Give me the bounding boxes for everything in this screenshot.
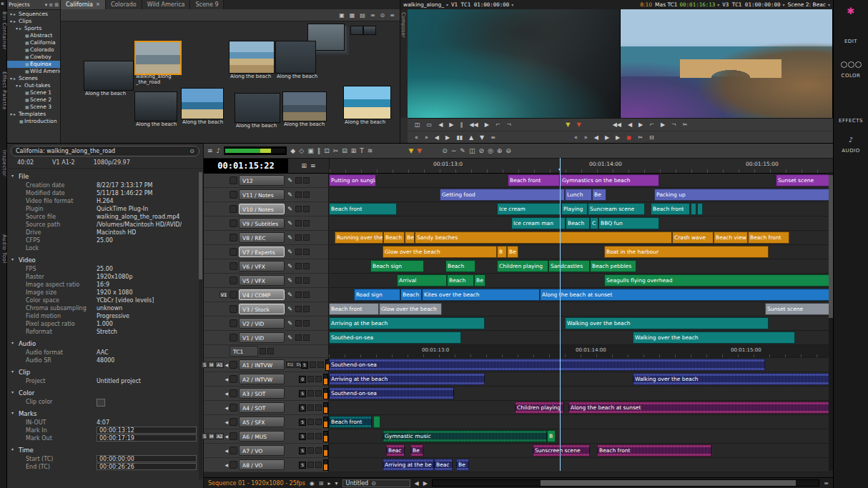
record-track-button[interactable] (230, 432, 237, 440)
master-timecode-display[interactable]: 00:01:15:22 (204, 159, 288, 173)
track-select-button-a3[interactable]: A3 / SOT (239, 388, 285, 399)
track-select-button-v10[interactable]: V10 / Notes (239, 204, 285, 214)
bottom-menu-icon[interactable]: ≡ (824, 480, 829, 487)
track-select-button-v7[interactable]: V7 / Experts (239, 247, 285, 257)
track-select-button-a2[interactable]: A2 / INTVW (239, 374, 285, 384)
timeline-clip[interactable]: Suncream scene (588, 203, 645, 215)
record-track-button[interactable] (230, 219, 237, 227)
track-lane-v11[interactable]: Getting foodLunchBePacking up (329, 188, 833, 202)
text-view-icon[interactable]: ≡ (370, 12, 375, 19)
timeline-clip[interactable]: Beach (566, 217, 590, 229)
pencil-icon[interactable]: ✎ (286, 334, 294, 341)
track-lane-v5[interactable]: ArrivalBeachBeSeagulls flying overhead (329, 274, 833, 288)
track-monitor-toggle[interactable] (303, 292, 310, 298)
rewind-icon[interactable]: ◀◀ (469, 122, 478, 128)
track-select-button-v9[interactable]: V9 / Subtitles (239, 218, 285, 229)
list-view-icon[interactable]: ≡ (49, 2, 53, 8)
rail-tab-inspector[interactable]: Inspector (0, 150, 7, 176)
sync-lock-toggle[interactable] (307, 404, 314, 411)
timeline-clip[interactable]: B (497, 246, 507, 258)
prev-event-icon[interactable]: ◀ (435, 135, 439, 141)
timeline-clip[interactable]: Beach front (329, 303, 379, 315)
play-source-icon[interactable]: ▶ (485, 122, 489, 128)
track-monitor-toggle[interactable] (303, 206, 310, 212)
frame-view-icon[interactable]: ▦ (350, 12, 355, 19)
sync-lock-toggle[interactable] (295, 263, 302, 269)
tree-disclosure-icon[interactable]: ▾ (9, 18, 14, 25)
timeline-clip[interactable]: Playing (561, 203, 588, 215)
timeline-clip[interactable] (373, 416, 380, 428)
timeline-clip[interactable]: Beach sign (370, 260, 424, 272)
dual-split-icon[interactable]: ◫ (469, 148, 475, 154)
track-monitor-toggle[interactable] (315, 462, 322, 468)
track-monitor-toggle[interactable] (303, 177, 310, 184)
track-lane-v9[interactable]: Ice cream manBeachCBBQ fun (329, 216, 833, 231)
pencil-icon[interactable]: ✎ (286, 191, 294, 198)
record-track-button[interactable] (230, 277, 237, 284)
patch-button-v1[interactable]: V1 (220, 292, 228, 298)
section-header-time[interactable]: ▾Time (7, 445, 203, 455)
timeline-clip[interactable]: Beach front (748, 231, 789, 244)
source-record-toggle-icon[interactable]: ◫ (415, 122, 420, 128)
timeline-clip[interactable]: Sandy beaches (415, 231, 672, 244)
bin-tab-wild-america[interactable]: Wild America (142, 0, 191, 9)
track-monitor-toggle[interactable] (315, 376, 322, 382)
pencil-icon[interactable]: ✎ (286, 249, 294, 255)
patch-button-m[interactable]: M (208, 433, 214, 439)
track-select-button-a6[interactable]: A6 / MUS (239, 431, 285, 442)
bin-clip-thumbnail[interactable] (134, 91, 177, 121)
source-clip-menu[interactable]: walking_along_▾ (403, 1, 448, 8)
chevron-down-icon[interactable]: ▾ (45, 2, 48, 8)
pencil-icon[interactable]: ✎ (286, 292, 294, 298)
toggle-panes-icon[interactable]: ⊞ (319, 480, 324, 487)
bin-tree-item-sequences[interactable]: ▾▸Sequences (7, 11, 60, 18)
clear-marks-icon[interactable]: ▼ (480, 135, 484, 141)
section-header-clip[interactable]: ▾Clip (7, 367, 203, 377)
timeline-clip[interactable]: Beach (383, 231, 405, 244)
add-edit-icon[interactable]: ✂ (333, 148, 339, 154)
bin-clip-thumbnail[interactable] (343, 86, 391, 119)
timeline-clip[interactable]: Be (474, 274, 485, 287)
tree-disclosure-icon[interactable]: ▾ (9, 75, 14, 82)
timeline-clip[interactable]: Be (410, 444, 423, 457)
sync-lock-toggle[interactable] (295, 320, 302, 327)
timeline-clip[interactable]: Beach (447, 274, 474, 287)
link-selection-icon[interactable]: ▣ (307, 148, 314, 154)
playhead[interactable] (560, 158, 561, 471)
track-select-button-v2[interactable]: V2 / VID (239, 318, 285, 329)
track-select-button-a5[interactable]: A5 / SFX (239, 417, 285, 427)
track-monitor-toggle[interactable] (315, 390, 322, 397)
track-monitor-toggle[interactable] (303, 263, 310, 269)
record-track-button[interactable] (230, 176, 237, 184)
timeline-clip[interactable] (691, 203, 696, 215)
timeline-clip[interactable]: Running over the (335, 231, 383, 244)
tree-disclosure-icon[interactable]: ▾ (9, 111, 14, 118)
timeline-clip[interactable]: Beach (400, 289, 422, 301)
workspace-edit-button[interactable]: EDIT (844, 39, 857, 44)
sync-lock-toggle[interactable] (260, 348, 266, 354)
track-select-button-a7[interactable]: A7 / VO (239, 445, 285, 456)
track-monitor-toggle[interactable] (315, 447, 322, 454)
inspector-field-input[interactable]: 00:00:26:26 (97, 463, 197, 470)
timeline-clip[interactable]: Be (592, 189, 606, 201)
track-select-button-v3[interactable]: V3 / Stock (239, 304, 285, 314)
step-back-record-icon[interactable]: ◀ (628, 122, 632, 128)
sync-lock-toggle[interactable] (295, 206, 302, 212)
rail-tab-effect-palette[interactable]: Effect Palette (0, 71, 7, 110)
timeline-clip[interactable]: Boat in the harbour (604, 246, 769, 258)
track-gain-value[interactable]: 5 (299, 419, 306, 426)
record-track-button[interactable] (230, 404, 237, 412)
track-select-button-v1[interactable]: V1 / VID (239, 332, 285, 343)
timeline-clip[interactable]: Arriving at the be (383, 459, 434, 471)
splice-icon[interactable]: ⊞ (351, 148, 357, 154)
timeline-clip[interactable]: C (590, 217, 598, 229)
bin-tree-item-clips[interactable]: ▾▸Clips (7, 18, 60, 25)
play-record-icon[interactable]: ▶ (661, 122, 665, 128)
bin-clip-thumbnail[interactable] (363, 26, 376, 35)
rail-tab-audio-tool[interactable]: Audio Tool (0, 234, 7, 264)
record-track-button[interactable] (230, 305, 237, 313)
record-track-button[interactable] (230, 461, 237, 469)
track-select-button-v5[interactable]: V5 / VFX (239, 275, 285, 286)
sync-lock-toggle[interactable] (295, 277, 302, 284)
timeline-vertical-scrollbar[interactable] (829, 172, 833, 471)
